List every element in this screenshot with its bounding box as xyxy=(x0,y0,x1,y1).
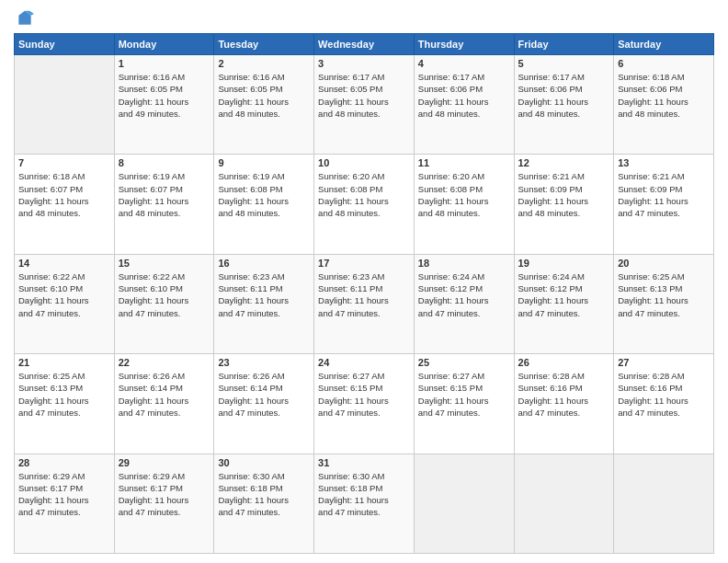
calendar-cell xyxy=(514,454,614,553)
calendar-cell xyxy=(614,454,714,553)
day-number: 4 xyxy=(418,58,510,69)
calendar-cell: 3Sunrise: 6:17 AMSunset: 6:05 PMDaylight… xyxy=(314,55,415,155)
calendar-cell: 11Sunrise: 6:20 AMSunset: 6:08 PMDayligh… xyxy=(414,155,514,254)
day-number: 2 xyxy=(218,58,310,69)
calendar-cell: 12Sunrise: 6:21 AMSunset: 6:09 PMDayligh… xyxy=(514,155,614,254)
calendar-cell: 8Sunrise: 6:19 AMSunset: 6:07 PMDaylight… xyxy=(114,155,214,254)
day-number: 13 xyxy=(618,157,710,168)
day-number: 9 xyxy=(218,157,310,168)
day-number: 25 xyxy=(418,357,510,368)
day-info: Sunrise: 6:28 AMSunset: 6:16 PMDaylight:… xyxy=(518,370,610,419)
calendar-cell: 24Sunrise: 6:27 AMSunset: 6:15 PMDayligh… xyxy=(314,354,415,454)
day-info: Sunrise: 6:19 AMSunset: 6:08 PMDaylight:… xyxy=(218,170,310,219)
day-number: 8 xyxy=(119,157,210,168)
logo-icon xyxy=(16,9,34,28)
day-info: Sunrise: 6:18 AMSunset: 6:07 PMDaylight:… xyxy=(18,170,110,219)
day-header-wednesday: Wednesday xyxy=(314,34,415,55)
day-number: 27 xyxy=(618,357,710,368)
calendar-cell: 30Sunrise: 6:30 AMSunset: 6:18 PMDayligh… xyxy=(214,454,314,553)
calendar-cell: 26Sunrise: 6:28 AMSunset: 6:16 PMDayligh… xyxy=(514,354,614,454)
day-number: 18 xyxy=(418,258,510,269)
day-info: Sunrise: 6:24 AMSunset: 6:12 PMDaylight:… xyxy=(418,270,510,319)
day-number: 30 xyxy=(218,457,310,468)
calendar-week-4: 21Sunrise: 6:25 AMSunset: 6:13 PMDayligh… xyxy=(15,354,714,454)
day-info: Sunrise: 6:23 AMSunset: 6:11 PMDaylight:… xyxy=(318,270,410,319)
day-number: 14 xyxy=(18,258,110,269)
calendar-cell xyxy=(414,454,514,553)
day-number: 10 xyxy=(318,157,410,168)
calendar-cell: 15Sunrise: 6:22 AMSunset: 6:10 PMDayligh… xyxy=(114,254,214,353)
day-number: 6 xyxy=(618,58,710,69)
day-info: Sunrise: 6:17 AMSunset: 6:05 PMDaylight:… xyxy=(318,71,410,120)
calendar-cell: 5Sunrise: 6:17 AMSunset: 6:06 PMDaylight… xyxy=(514,55,614,155)
calendar-cell: 21Sunrise: 6:25 AMSunset: 6:13 PMDayligh… xyxy=(15,354,115,454)
day-info: Sunrise: 6:16 AMSunset: 6:05 PMDaylight:… xyxy=(218,71,310,120)
day-info: Sunrise: 6:22 AMSunset: 6:10 PMDaylight:… xyxy=(119,270,210,319)
calendar-cell: 14Sunrise: 6:22 AMSunset: 6:10 PMDayligh… xyxy=(15,254,115,353)
calendar-cell: 1Sunrise: 6:16 AMSunset: 6:05 PMDaylight… xyxy=(114,55,214,155)
calendar-cell: 6Sunrise: 6:18 AMSunset: 6:06 PMDaylight… xyxy=(614,55,714,155)
day-info: Sunrise: 6:30 AMSunset: 6:18 PMDaylight:… xyxy=(318,470,410,519)
calendar-week-5: 28Sunrise: 6:29 AMSunset: 6:17 PMDayligh… xyxy=(15,454,714,553)
calendar-cell: 25Sunrise: 6:27 AMSunset: 6:15 PMDayligh… xyxy=(414,354,514,454)
header xyxy=(14,9,714,28)
calendar-cell: 22Sunrise: 6:26 AMSunset: 6:14 PMDayligh… xyxy=(114,354,214,454)
day-info: Sunrise: 6:19 AMSunset: 6:07 PMDaylight:… xyxy=(119,170,210,219)
calendar-cell: 17Sunrise: 6:23 AMSunset: 6:11 PMDayligh… xyxy=(314,254,415,353)
day-header-saturday: Saturday xyxy=(614,34,714,55)
day-header-thursday: Thursday xyxy=(414,34,514,55)
day-info: Sunrise: 6:20 AMSunset: 6:08 PMDaylight:… xyxy=(418,170,510,219)
day-header-monday: Monday xyxy=(114,34,214,55)
calendar-cell: 4Sunrise: 6:17 AMSunset: 6:06 PMDaylight… xyxy=(414,55,514,155)
day-info: Sunrise: 6:29 AMSunset: 6:17 PMDaylight:… xyxy=(119,470,210,519)
day-number: 22 xyxy=(119,357,210,368)
day-info: Sunrise: 6:17 AMSunset: 6:06 PMDaylight:… xyxy=(418,71,510,120)
day-number: 20 xyxy=(618,258,710,269)
day-info: Sunrise: 6:16 AMSunset: 6:05 PMDaylight:… xyxy=(119,71,210,120)
day-number: 28 xyxy=(18,457,110,468)
day-header-sunday: Sunday xyxy=(15,34,115,55)
calendar-cell: 16Sunrise: 6:23 AMSunset: 6:11 PMDayligh… xyxy=(214,254,314,353)
day-info: Sunrise: 6:27 AMSunset: 6:15 PMDaylight:… xyxy=(418,370,510,419)
calendar-week-3: 14Sunrise: 6:22 AMSunset: 6:10 PMDayligh… xyxy=(15,254,714,353)
day-number: 11 xyxy=(418,157,510,168)
calendar-cell: 27Sunrise: 6:28 AMSunset: 6:16 PMDayligh… xyxy=(614,354,714,454)
day-info: Sunrise: 6:29 AMSunset: 6:17 PMDaylight:… xyxy=(18,470,110,519)
calendar-cell: 31Sunrise: 6:30 AMSunset: 6:18 PMDayligh… xyxy=(314,454,415,553)
calendar-cell: 9Sunrise: 6:19 AMSunset: 6:08 PMDaylight… xyxy=(214,155,314,254)
calendar-week-1: 1Sunrise: 6:16 AMSunset: 6:05 PMDaylight… xyxy=(15,55,714,155)
day-number: 15 xyxy=(119,258,210,269)
day-info: Sunrise: 6:27 AMSunset: 6:15 PMDaylight:… xyxy=(318,370,410,419)
day-info: Sunrise: 6:25 AMSunset: 6:13 PMDaylight:… xyxy=(18,370,110,419)
day-info: Sunrise: 6:30 AMSunset: 6:18 PMDaylight:… xyxy=(218,470,310,519)
calendar-cell: 13Sunrise: 6:21 AMSunset: 6:09 PMDayligh… xyxy=(614,155,714,254)
calendar-cell: 29Sunrise: 6:29 AMSunset: 6:17 PMDayligh… xyxy=(114,454,214,553)
calendar-header-row: SundayMondayTuesdayWednesdayThursdayFrid… xyxy=(15,34,714,55)
calendar-cell: 7Sunrise: 6:18 AMSunset: 6:07 PMDaylight… xyxy=(15,155,115,254)
calendar-cell: 2Sunrise: 6:16 AMSunset: 6:05 PMDaylight… xyxy=(214,55,314,155)
calendar-cell: 10Sunrise: 6:20 AMSunset: 6:08 PMDayligh… xyxy=(314,155,415,254)
day-number: 23 xyxy=(218,357,310,368)
day-number: 17 xyxy=(318,258,410,269)
day-number: 21 xyxy=(18,357,110,368)
calendar-cell: 19Sunrise: 6:24 AMSunset: 6:12 PMDayligh… xyxy=(514,254,614,353)
day-number: 24 xyxy=(318,357,410,368)
calendar-cell: 28Sunrise: 6:29 AMSunset: 6:17 PMDayligh… xyxy=(15,454,115,553)
day-info: Sunrise: 6:18 AMSunset: 6:06 PMDaylight:… xyxy=(618,71,710,120)
day-header-friday: Friday xyxy=(514,34,614,55)
day-info: Sunrise: 6:26 AMSunset: 6:14 PMDaylight:… xyxy=(218,370,310,419)
calendar-cell: 20Sunrise: 6:25 AMSunset: 6:13 PMDayligh… xyxy=(614,254,714,353)
day-info: Sunrise: 6:17 AMSunset: 6:06 PMDaylight:… xyxy=(518,71,610,120)
day-info: Sunrise: 6:23 AMSunset: 6:11 PMDaylight:… xyxy=(218,270,310,319)
calendar-body: 1Sunrise: 6:16 AMSunset: 6:05 PMDaylight… xyxy=(15,55,714,554)
page: SundayMondayTuesdayWednesdayThursdayFrid… xyxy=(0,0,728,563)
day-number: 31 xyxy=(318,457,410,468)
day-number: 1 xyxy=(119,58,210,69)
calendar-cell: 23Sunrise: 6:26 AMSunset: 6:14 PMDayligh… xyxy=(214,354,314,454)
day-number: 26 xyxy=(518,357,610,368)
day-info: Sunrise: 6:22 AMSunset: 6:10 PMDaylight:… xyxy=(18,270,110,319)
day-info: Sunrise: 6:25 AMSunset: 6:13 PMDaylight:… xyxy=(618,270,710,319)
day-info: Sunrise: 6:28 AMSunset: 6:16 PMDaylight:… xyxy=(618,370,710,419)
day-number: 19 xyxy=(518,258,610,269)
logo xyxy=(14,9,34,28)
